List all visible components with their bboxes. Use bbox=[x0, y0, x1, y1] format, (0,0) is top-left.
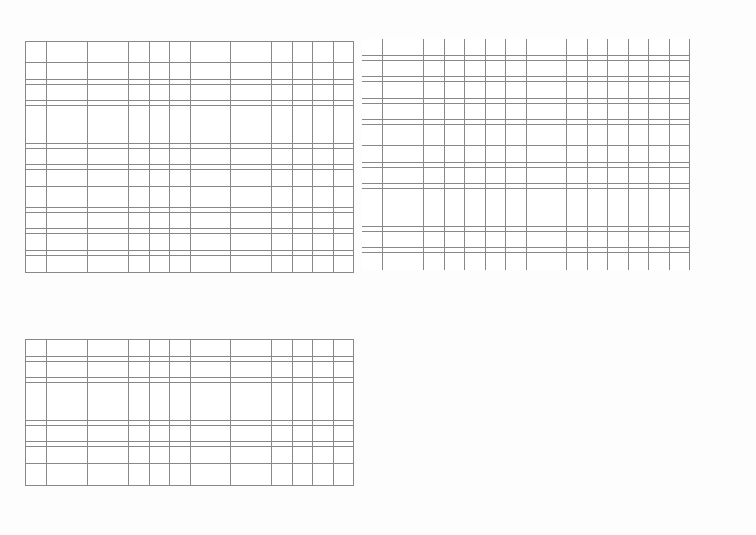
grid-cell bbox=[150, 256, 170, 272]
writing-row bbox=[26, 340, 353, 357]
writing-row bbox=[26, 127, 353, 144]
grid-cell bbox=[150, 362, 170, 377]
grid-cell bbox=[129, 399, 150, 404]
grid-cell bbox=[108, 399, 129, 404]
grid-cell bbox=[527, 120, 547, 124]
grid-cell bbox=[210, 421, 231, 425]
grid-cell bbox=[527, 232, 547, 247]
grid-cell bbox=[88, 383, 108, 399]
grid-cell bbox=[313, 234, 334, 250]
grid-cell bbox=[170, 362, 191, 377]
grid-cell bbox=[506, 227, 527, 231]
grid-cell bbox=[191, 149, 211, 164]
grid-cell bbox=[608, 125, 629, 141]
grid-cell bbox=[445, 120, 465, 124]
grid-cell bbox=[293, 421, 313, 425]
grid-cell bbox=[67, 165, 88, 169]
grid-cell bbox=[272, 191, 293, 207]
grid-cell bbox=[313, 340, 334, 356]
grid-cell bbox=[108, 426, 129, 441]
grid-cell bbox=[445, 125, 465, 141]
grid-cell bbox=[88, 187, 108, 191]
writing-row bbox=[26, 213, 353, 229]
grid-cell bbox=[170, 42, 191, 58]
grid-cell bbox=[88, 340, 108, 356]
grid-cell bbox=[486, 56, 506, 60]
grid-cell bbox=[272, 357, 293, 361]
grid-cell bbox=[272, 251, 293, 255]
writing-row bbox=[26, 106, 353, 122]
grid-cell bbox=[629, 227, 649, 231]
grid-cell bbox=[108, 468, 129, 485]
grid-cell bbox=[108, 378, 129, 382]
grid-cell bbox=[313, 357, 334, 361]
grid-cell bbox=[293, 122, 313, 127]
grid-cell bbox=[210, 464, 231, 468]
grid-cell bbox=[272, 383, 293, 399]
grid-cell bbox=[231, 191, 251, 207]
grid-cell bbox=[191, 383, 211, 399]
grid-cell bbox=[231, 101, 251, 105]
grid-cell bbox=[170, 80, 191, 84]
grid-cell bbox=[191, 208, 211, 212]
grid-cell bbox=[670, 227, 689, 231]
grid-cell bbox=[150, 144, 170, 148]
grid-cell bbox=[231, 442, 251, 446]
grid-cell bbox=[629, 104, 649, 119]
grid-cell bbox=[47, 447, 67, 463]
grid-cell bbox=[313, 187, 334, 191]
grid-cell bbox=[403, 146, 424, 162]
grid-cell bbox=[293, 42, 313, 58]
grid-cell bbox=[313, 208, 334, 212]
grid-cell bbox=[47, 122, 67, 127]
grid-cell bbox=[210, 106, 231, 122]
grid-cell bbox=[67, 399, 88, 404]
grid-cell bbox=[293, 229, 313, 233]
grid-cell bbox=[26, 442, 47, 446]
grid-cell bbox=[546, 227, 567, 231]
writing-row bbox=[26, 149, 353, 165]
grid-cell bbox=[26, 122, 47, 127]
grid-cell bbox=[26, 468, 47, 485]
grid-cell bbox=[362, 125, 383, 141]
grid-cell bbox=[210, 340, 231, 356]
grid-cell bbox=[251, 399, 272, 404]
grid-cell bbox=[170, 426, 191, 441]
grid-cell bbox=[47, 340, 67, 356]
grid-cell bbox=[383, 253, 403, 270]
grid-cell bbox=[210, 383, 231, 399]
grid-cell bbox=[272, 63, 293, 79]
grid-cell bbox=[150, 101, 170, 105]
grid-cell bbox=[334, 256, 353, 272]
grid-cell bbox=[334, 426, 353, 441]
grid-cell bbox=[129, 256, 150, 272]
grid-cell bbox=[150, 378, 170, 382]
grid-cell bbox=[47, 80, 67, 84]
grid-cell bbox=[67, 122, 88, 127]
grid-cell bbox=[129, 191, 150, 207]
grid-cell bbox=[506, 163, 527, 167]
grid-cell bbox=[150, 383, 170, 399]
grid-cell bbox=[26, 229, 47, 233]
writing-row bbox=[26, 256, 353, 272]
grid-cell bbox=[465, 184, 486, 188]
grid-cell bbox=[403, 232, 424, 247]
grid-cell bbox=[67, 229, 88, 233]
grid-cell bbox=[272, 426, 293, 441]
grid-cell bbox=[608, 232, 629, 247]
grid-cell bbox=[486, 120, 506, 124]
grid-cell bbox=[210, 127, 231, 143]
grid-cell bbox=[108, 442, 129, 446]
grid-cell bbox=[47, 165, 67, 169]
grid-cell bbox=[129, 42, 150, 58]
grid-cell bbox=[272, 404, 293, 420]
grid-cell bbox=[210, 399, 231, 404]
grid-cell bbox=[26, 447, 47, 463]
grid-cell bbox=[272, 442, 293, 446]
grid-cell bbox=[231, 187, 251, 191]
grid-cell bbox=[170, 144, 191, 148]
grid-cell bbox=[47, 256, 67, 272]
grid-cell bbox=[251, 378, 272, 382]
grid-cell bbox=[293, 464, 313, 468]
grid-cell bbox=[334, 383, 353, 399]
